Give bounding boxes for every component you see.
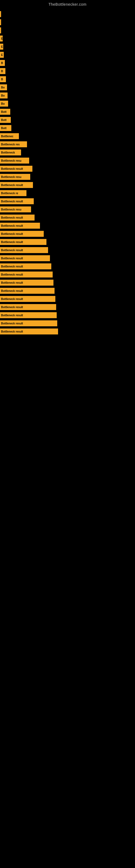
bar-row: Bottleneck result [0, 328, 135, 335]
bar-row: E [0, 43, 135, 51]
bar-row: Bottleneck resu [0, 206, 135, 213]
bar-row: Bottleneck result [0, 222, 135, 229]
bar-fill: E [0, 52, 4, 58]
bar-fill: E [0, 35, 3, 41]
bar-label: Bott [1, 111, 6, 113]
bar-row: E [0, 51, 135, 59]
bar-fill: E [0, 44, 3, 50]
bar-fill: Bottleneck result [0, 272, 53, 278]
bar-label: Bottleneck result [1, 216, 23, 219]
bar-fill: Bottlenec [0, 133, 19, 139]
bar-row: Bottleneck result [0, 254, 135, 262]
bar-label: Bottleneck result [1, 306, 23, 309]
bar-fill [0, 11, 1, 17]
bar-row: Bottleneck resu [0, 157, 135, 164]
bar-row [0, 10, 135, 18]
bar-label: Bottleneck res [1, 143, 20, 146]
bar-fill: Bo [0, 93, 8, 98]
bar-row: Bottleneck result [0, 295, 135, 303]
bar-label: Bottleneck result [1, 273, 23, 276]
bar-row: Bottleneck res [0, 141, 135, 148]
bar-fill: B [0, 60, 5, 66]
bar-label: Bottleneck [1, 151, 15, 154]
bar-fill: Bottleneck result [0, 223, 40, 229]
bar-label: Bottleneck result [1, 330, 23, 333]
bar-fill: Bottleneck [0, 150, 21, 155]
bar-label: B [1, 70, 3, 73]
bar-label: Bottleneck result [1, 322, 23, 325]
bar-label: Bottleneck result [1, 249, 23, 252]
bar-row: Bottleneck result [0, 319, 135, 327]
bar-row: Bottleneck result [0, 287, 135, 294]
bar-label: Bottleneck result [1, 289, 23, 292]
bar-row: B [0, 75, 135, 83]
bar-row: Bott [0, 124, 135, 132]
bar-fill: Bottleneck result [0, 296, 55, 302]
bar-label: E [1, 37, 3, 40]
bar-label: Bottleneck re [1, 192, 18, 195]
bar-fill: Bott [0, 117, 11, 123]
bar-row: Bottlenec [0, 132, 135, 140]
bar-fill: Bottleneck resu [0, 174, 30, 180]
bar-fill: Bottleneck re [0, 190, 27, 196]
bar-label: E [1, 54, 3, 56]
bar-fill: Bottleneck resu [0, 207, 31, 212]
bar-row: B [0, 67, 135, 75]
bar-label: Bo [1, 102, 5, 105]
bar-row: Bottleneck re [0, 189, 135, 197]
bar-label: B [1, 62, 3, 65]
bar-row [0, 27, 135, 34]
bar-fill: Bo [0, 101, 8, 106]
bar-label: Bottleneck result [1, 184, 23, 187]
bar-label: Bottleneck result [1, 314, 23, 317]
bar-fill: Bott [0, 125, 11, 131]
bar-fill: Bottleneck result [0, 320, 57, 326]
bars-container: EEEBBBBoBoBoBottBottBottBottlenecBottlen… [0, 8, 135, 336]
bar-fill: Bo [0, 84, 7, 90]
bar-row: Bo [0, 84, 135, 91]
bar-fill: Bottleneck result [0, 231, 44, 237]
bar-label: E [1, 45, 3, 48]
bar-label: Bo [1, 94, 5, 97]
bar-label: Bottleneck result [1, 265, 23, 268]
site-title: TheBottlenecker.com [0, 0, 135, 8]
bar-row: Bottleneck resu [0, 173, 135, 181]
bar-label: Bottleneck result [1, 200, 23, 203]
bar-row: Bottleneck result [0, 230, 135, 238]
bar-label: Bottleneck result [1, 241, 23, 244]
bar-fill: Bottleneck result [0, 304, 56, 310]
bar-label: Bottleneck result [1, 257, 23, 260]
bar-row: Bottleneck result [0, 246, 135, 254]
bar-label: Bottleneck result [1, 281, 23, 284]
bar-fill: Bottleneck result [0, 166, 32, 172]
bar-label: Bottleneck resu [1, 159, 21, 162]
bar-fill: B [0, 68, 5, 74]
bar-row [0, 19, 135, 26]
bar-fill: Bottleneck result [0, 215, 35, 220]
bar-fill: Bottleneck resu [0, 158, 29, 163]
bar-row: Bottleneck result [0, 279, 135, 286]
bar-row: Bottleneck result [0, 303, 135, 311]
bar-row: Bott [0, 108, 135, 116]
bar-fill: Bottleneck result [0, 255, 50, 261]
bar-fill: Bottleneck result [0, 280, 53, 286]
bar-fill: Bott [0, 109, 10, 115]
bar-row: Bottleneck result [0, 262, 135, 270]
bar-row: Bottleneck result [0, 214, 135, 221]
bar-row: Bottleneck [0, 149, 135, 156]
bar-fill: Bottleneck result [0, 288, 54, 294]
bar-label: Bott [1, 119, 6, 122]
bar-label: Bottlenec [1, 135, 13, 138]
bar-label: Bottleneck resu [1, 208, 21, 211]
bar-fill: Bottleneck result [0, 247, 48, 253]
bar-label: Bottleneck result [1, 232, 23, 236]
bar-fill: Bottleneck result [0, 264, 51, 269]
bar-row: Bottleneck result [0, 181, 135, 189]
bar-row: Bottleneck result [0, 165, 135, 173]
bar-row: Bo [0, 100, 135, 107]
bar-fill: Bottleneck result [0, 329, 58, 335]
bar-fill: Bottleneck result [0, 182, 33, 188]
bar-row: E [0, 35, 135, 42]
bar-row: Bottleneck result [0, 197, 135, 205]
bar-label: Bottleneck result [1, 298, 23, 301]
